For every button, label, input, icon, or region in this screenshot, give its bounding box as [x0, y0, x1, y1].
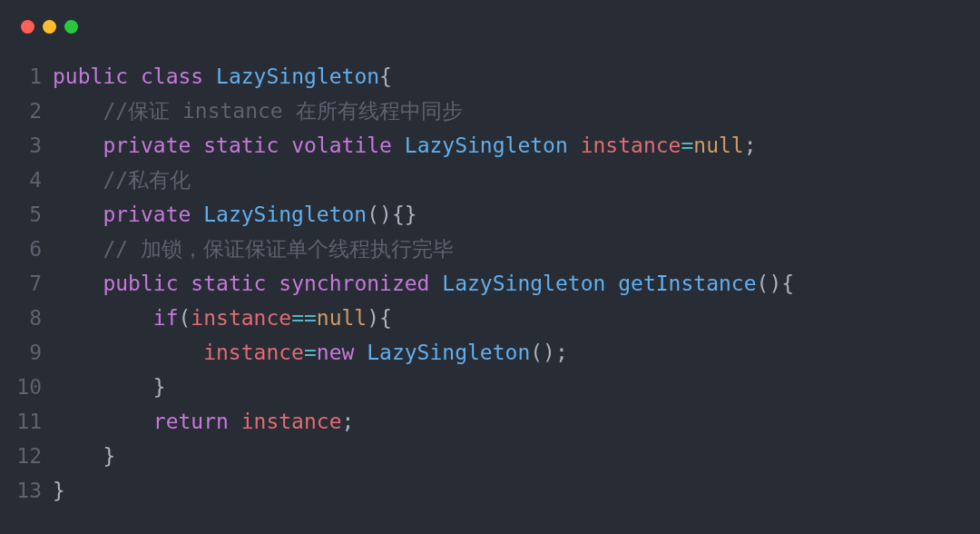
line-number: 11: [15, 404, 53, 439]
code-content[interactable]: }: [53, 473, 65, 508]
token: ){: [367, 306, 392, 330]
token: if: [153, 306, 179, 330]
line-number: 12: [15, 439, 53, 473]
token: [53, 237, 103, 261]
token: (){}: [367, 203, 416, 226]
token: //保证 instance 在所有线程中同步: [103, 99, 462, 123]
token: private: [103, 134, 191, 157]
token: ==: [291, 306, 317, 330]
token: =: [681, 134, 693, 157]
code-content[interactable]: private static volatile LazySingleton in…: [53, 128, 757, 163]
token: ();: [530, 341, 568, 364]
token: public: [53, 64, 128, 88]
token: }: [53, 479, 65, 502]
token: [354, 341, 367, 364]
token: instance: [241, 410, 342, 433]
code-content[interactable]: // 加锁，保证保证单个线程执行完毕: [53, 232, 454, 266]
token: [53, 203, 103, 226]
code-line[interactable]: 4 //私有化: [15, 163, 965, 197]
window-controls: [0, 0, 980, 34]
token: [53, 99, 103, 123]
line-number: 13: [15, 473, 53, 508]
zoom-icon[interactable]: [64, 20, 78, 34]
token: LazySingleton: [405, 134, 568, 157]
line-number: 4: [15, 163, 53, 197]
token: class: [141, 64, 203, 88]
line-number: 3: [15, 128, 53, 163]
token: [53, 444, 103, 468]
token: static: [203, 134, 279, 157]
token: instance: [191, 306, 291, 330]
token: [53, 306, 153, 330]
token: [279, 134, 291, 157]
token: [229, 410, 241, 433]
token: null: [693, 134, 743, 157]
token: [191, 203, 203, 226]
token: }: [153, 375, 166, 399]
line-number: 1: [15, 59, 53, 94]
code-line[interactable]: 1public class LazySingleton{: [15, 59, 965, 94]
token: LazySingleton: [442, 272, 605, 295]
code-line[interactable]: 3 private static volatile LazySingleton …: [15, 128, 965, 163]
code-line[interactable]: 12 }: [15, 439, 965, 473]
code-content[interactable]: }: [53, 370, 166, 404]
code-content[interactable]: //保证 instance 在所有线程中同步: [53, 94, 463, 128]
code-line[interactable]: 5 private LazySingleton(){}: [15, 197, 965, 232]
token: [392, 134, 405, 157]
code-line[interactable]: 8 if(instance==null){: [15, 301, 965, 335]
code-content[interactable]: instance=new LazySingleton();: [53, 335, 568, 370]
token: new: [317, 341, 355, 364]
token: volatile: [291, 134, 392, 157]
code-line[interactable]: 6 // 加锁，保证保证单个线程执行完毕: [15, 232, 965, 266]
token: [203, 64, 216, 88]
token: getInstance: [618, 272, 756, 295]
token: LazySingleton: [203, 203, 367, 226]
code-content[interactable]: if(instance==null){: [53, 301, 392, 335]
token: [429, 272, 442, 295]
token: [53, 410, 153, 433]
token: [191, 134, 203, 157]
code-line[interactable]: 10 }: [15, 370, 965, 404]
token: LazySingleton: [216, 64, 379, 88]
code-line[interactable]: 9 instance=new LazySingleton();: [15, 335, 965, 370]
token: [53, 134, 103, 157]
token: instance: [203, 341, 304, 364]
token: [568, 134, 581, 157]
line-number: 9: [15, 335, 53, 370]
token: [53, 272, 103, 295]
token: [605, 272, 618, 295]
code-line[interactable]: 11 return instance;: [15, 404, 965, 439]
line-number: 2: [15, 94, 53, 128]
code-content[interactable]: return instance;: [53, 404, 354, 439]
token: // 加锁，保证保证单个线程执行完毕: [103, 237, 454, 261]
line-number: 10: [15, 370, 53, 404]
code-content[interactable]: }: [53, 439, 115, 473]
token: [53, 341, 203, 364]
minimize-icon[interactable]: [43, 20, 56, 34]
token: (){: [757, 272, 795, 295]
token: [128, 64, 141, 88]
token: ;: [744, 134, 757, 157]
line-number: 5: [15, 197, 53, 232]
token: [53, 168, 103, 192]
line-number: 8: [15, 301, 53, 335]
token: }: [103, 444, 115, 468]
code-content[interactable]: public class LazySingleton{: [53, 59, 392, 94]
token: [53, 375, 153, 399]
code-editor[interactable]: 1public class LazySingleton{2 //保证 insta…: [0, 34, 980, 508]
token: instance: [581, 134, 681, 157]
close-icon[interactable]: [21, 20, 34, 34]
code-content[interactable]: private LazySingleton(){}: [53, 197, 417, 232]
token: //私有化: [103, 168, 191, 192]
token: {: [379, 64, 392, 88]
code-content[interactable]: public static synchronized LazySingleton…: [53, 266, 794, 301]
code-line[interactable]: 2 //保证 instance 在所有线程中同步: [15, 94, 965, 128]
code-content[interactable]: //私有化: [53, 163, 191, 197]
code-line[interactable]: 7 public static synchronized LazySinglet…: [15, 266, 965, 301]
code-line[interactable]: 13}: [15, 473, 965, 508]
token: [178, 272, 191, 295]
token: LazySingleton: [367, 341, 530, 364]
line-number: 6: [15, 232, 53, 266]
line-number: 7: [15, 266, 53, 301]
token: =: [304, 341, 317, 364]
